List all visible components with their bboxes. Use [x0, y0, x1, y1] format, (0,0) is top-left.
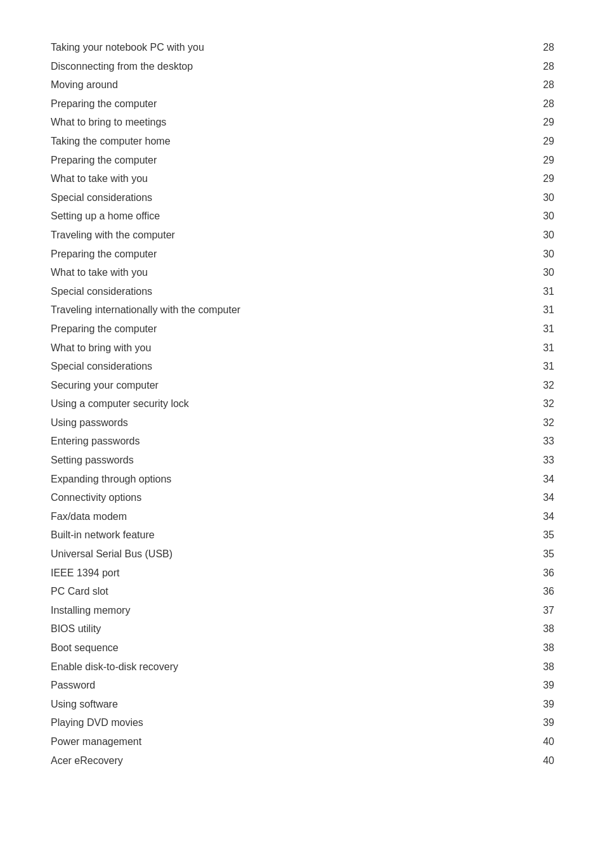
- toc-entry-text: Power management: [51, 732, 511, 751]
- toc-entry-text: Preparing the computer: [51, 94, 511, 113]
- toc-entry-text: Special considerations: [51, 282, 511, 301]
- toc-entry-text: Setting up a home office: [51, 207, 511, 226]
- toc-row: Using a computer security lock32: [51, 394, 554, 413]
- toc-row: Taking the computer home29: [51, 132, 554, 151]
- toc-row: Setting passwords33: [51, 451, 554, 470]
- toc-entry-text: Enable disk-to-disk recovery: [51, 657, 511, 677]
- toc-row: What to take with you29: [51, 169, 554, 188]
- toc-row: Boot sequence38: [51, 638, 554, 657]
- toc-entry-text: Using software: [51, 695, 511, 714]
- toc-entry-page: 29: [511, 151, 554, 170]
- toc-row: Setting up a home office30: [51, 207, 554, 226]
- toc-entry-page: 32: [511, 413, 554, 432]
- toc-row: Playing DVD movies39: [51, 713, 554, 732]
- toc-entry-page: 28: [511, 75, 554, 94]
- toc-entry-page: 30: [511, 188, 554, 207]
- toc-row: IEEE 1394 port36: [51, 564, 554, 583]
- toc-row: Entering passwords33: [51, 432, 554, 451]
- toc-entry-page: 40: [511, 751, 554, 770]
- toc-entry-text: Password: [51, 676, 511, 695]
- toc-row: Password39: [51, 676, 554, 695]
- toc-entry-page: 35: [511, 545, 554, 564]
- toc-table: Taking your notebook PC with you28Discon…: [51, 38, 554, 770]
- toc-entry-page: 29: [511, 132, 554, 151]
- toc-entry-page: 30: [511, 263, 554, 282]
- toc-entry-text: IEEE 1394 port: [51, 564, 511, 583]
- toc-entry-text: Built-in network feature: [51, 526, 511, 545]
- toc-entry-page: 37: [511, 601, 554, 620]
- toc-row: Special considerations31: [51, 282, 554, 301]
- toc-row: What to bring with you31: [51, 339, 554, 358]
- toc-row: Using software39: [51, 695, 554, 714]
- toc-entry-text: Using a computer security lock: [51, 394, 511, 413]
- toc-row: Securing your computer32: [51, 376, 554, 395]
- toc-row: Moving around28: [51, 75, 554, 94]
- toc-entry-text: Expanding through options: [51, 470, 511, 489]
- toc-row: Traveling with the computer30: [51, 226, 554, 245]
- toc-entry-page: 35: [511, 526, 554, 545]
- toc-row: What to take with you30: [51, 263, 554, 282]
- toc-entry-text: Entering passwords: [51, 432, 511, 451]
- toc-entry-page: 31: [511, 357, 554, 376]
- toc-entry-page: 38: [511, 619, 554, 638]
- toc-entry-text: BIOS utility: [51, 619, 511, 638]
- toc-row: Traveling internationally with the compu…: [51, 301, 554, 320]
- toc-entry-page: 34: [511, 507, 554, 526]
- toc-row: Preparing the computer30: [51, 245, 554, 264]
- toc-row: Connectivity options34: [51, 488, 554, 507]
- toc-entry-text: Installing memory: [51, 601, 511, 620]
- toc-entry-page: 30: [511, 226, 554, 245]
- toc-entry-page: 31: [511, 339, 554, 358]
- toc-entry-page: 28: [511, 38, 554, 57]
- toc-entry-page: 34: [511, 488, 554, 507]
- toc-entry-page: 39: [511, 713, 554, 732]
- toc-row: Special considerations30: [51, 188, 554, 207]
- toc-row: Power management40: [51, 732, 554, 751]
- toc-row: Expanding through options34: [51, 470, 554, 489]
- toc-entry-text: Boot sequence: [51, 638, 511, 657]
- toc-entry-text: Using passwords: [51, 413, 511, 432]
- toc-entry-page: 34: [511, 470, 554, 489]
- toc-entry-page: 30: [511, 245, 554, 264]
- toc-entry-text: Acer eRecovery: [51, 751, 511, 770]
- toc-entry-text: What to take with you: [51, 169, 511, 188]
- toc-entry-text: Taking the computer home: [51, 132, 511, 151]
- toc-entry-text: Traveling with the computer: [51, 226, 511, 245]
- toc-entry-page: 32: [511, 394, 554, 413]
- toc-row: Preparing the computer31: [51, 320, 554, 339]
- toc-entry-text: Disconnecting from the desktop: [51, 57, 511, 76]
- toc-entry-text: Preparing the computer: [51, 151, 511, 170]
- toc-entry-text: What to bring with you: [51, 339, 511, 358]
- toc-entry-text: Universal Serial Bus (USB): [51, 545, 511, 564]
- toc-entry-page: 39: [511, 676, 554, 695]
- toc-entry-page: 29: [511, 113, 554, 132]
- toc-row: Installing memory37: [51, 601, 554, 620]
- toc-row: Using passwords32: [51, 413, 554, 432]
- toc-row: Universal Serial Bus (USB)35: [51, 545, 554, 564]
- toc-entry-page: 33: [511, 432, 554, 451]
- page: Taking your notebook PC with you28Discon…: [0, 0, 605, 868]
- toc-entry-text: Preparing the computer: [51, 245, 511, 264]
- toc-row: Built-in network feature35: [51, 526, 554, 545]
- toc-entry-text: Playing DVD movies: [51, 713, 511, 732]
- toc-entry-page: 38: [511, 657, 554, 677]
- toc-row: Acer eRecovery40: [51, 751, 554, 770]
- toc-entry-text: Moving around: [51, 75, 511, 94]
- toc-entry-page: 36: [511, 582, 554, 601]
- toc-row: Preparing the computer28: [51, 94, 554, 113]
- toc-entry-page: 31: [511, 320, 554, 339]
- toc-entry-page: 28: [511, 57, 554, 76]
- toc-row: Disconnecting from the desktop28: [51, 57, 554, 76]
- toc-entry-text: Special considerations: [51, 188, 511, 207]
- toc-entry-text: Fax/data modem: [51, 507, 511, 526]
- toc-entry-text: Special considerations: [51, 357, 511, 376]
- toc-row: Enable disk-to-disk recovery38: [51, 657, 554, 677]
- toc-entry-page: 32: [511, 376, 554, 395]
- toc-entry-page: 29: [511, 169, 554, 188]
- toc-entry-text: What to take with you: [51, 263, 511, 282]
- toc-entry-page: 33: [511, 451, 554, 470]
- toc-entry-text: What to bring to meetings: [51, 113, 511, 132]
- toc-entry-page: 38: [511, 638, 554, 657]
- toc-row: What to bring to meetings29: [51, 113, 554, 132]
- toc-row: Fax/data modem34: [51, 507, 554, 526]
